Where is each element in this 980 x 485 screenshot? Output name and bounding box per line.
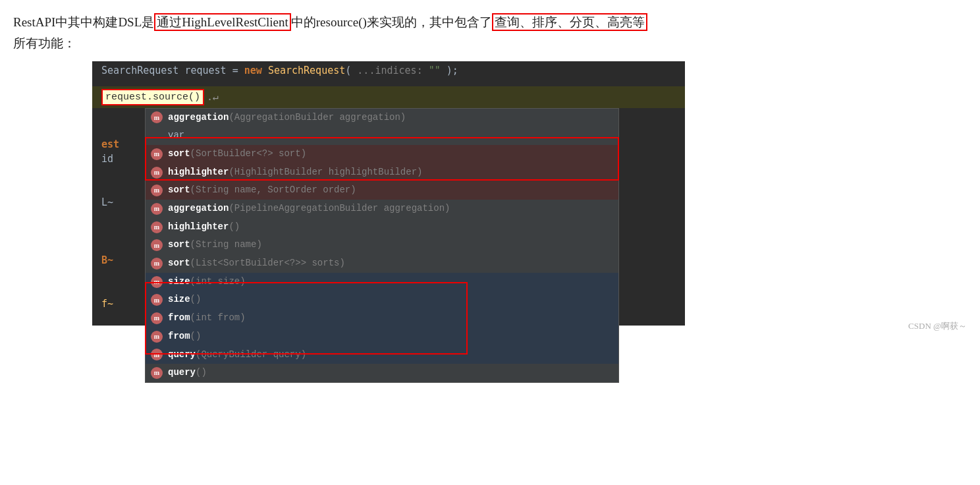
ac-params-size-1: (int size) [190,275,246,289]
ac-params-highlighter-2: () [229,220,240,235]
ac-item-aggregation-1[interactable]: m aggregation(AggregationBuilder aggrega… [146,109,618,127]
ac-method-from-1: from [168,311,190,326]
ac-params-size-2: () [190,293,202,307]
ac-method-sort-3: sort [168,238,190,252]
intro-text-part3: 所有功能： [13,36,76,50]
ac-method-size-2: size [168,293,190,307]
ac-method-aggregation-1: aggregation [168,111,229,125]
ac-icon-m: m [151,111,163,123]
ac-method-sort-2: sort [168,183,190,198]
ac-item-sort-2[interactable]: m sort(String name, SortOrder order) [146,181,618,200]
chevron: .↵ [207,91,219,103]
ac-item-aggregation-2[interactable]: m aggregation(PipelineAggregationBuilder… [146,200,618,218]
ac-method-sort-4: sort [168,256,190,271]
ac-icon-m-from-1: m [151,312,163,324]
request-source-line: request.source() .↵ [92,86,685,108]
ac-icon-m-query-1: m [151,349,163,360]
ac-params-from-2: () [190,329,202,344]
watermark: CSDN @啊获～ [908,320,967,332]
ac-item-sort-1[interactable]: m sort(SortBuilder<?> sort) [146,145,618,163]
ac-method-query-2: query [168,366,196,380]
ac-item-size-1[interactable]: m size(int size) [146,273,618,291]
ac-params-sort-3: (String name) [190,238,262,252]
ac-params-sort-2: (String name, SortOrder order) [190,183,356,198]
ac-icon-m-sort-2: m [151,185,163,196]
ac-method-query-1: query [168,348,196,362]
ac-icon-m-agg2: m [151,203,163,215]
intro-text: RestAPI中其中构建DSL是通过HighLevelRestClient中的r… [13,12,967,55]
ac-icon-m-query-2: m [151,367,163,379]
request-source-box: request.source() [101,89,204,105]
ac-params-sort-1: (SortBuilder<?> sort) [190,147,306,161]
ac-item-from-2[interactable]: m from() [146,328,618,346]
ac-icon-m-highlighter-2: m [151,221,163,233]
ac-item-query-1[interactable]: m query(QueryBuilder query) [146,346,618,364]
ac-icon-m-from-2: m [151,331,163,343]
highlight-box-2: 查询、排序、分页、高亮等 [492,13,647,31]
ac-method-size-1: size [168,275,190,289]
ac-params-sort-4: (List<SortBuilder<?>> sorts) [190,256,345,271]
ac-item-highlighter-2[interactable]: m highlighter() [146,218,618,237]
ac-params-aggregation-2: (PipelineAggregationBuilder aggregation) [229,202,450,216]
ac-params-query-1: (QueryBuilder query) [196,348,306,362]
ac-method-highlighter-1: highlighter [168,165,229,180]
page-container: RestAPI中其中构建DSL是通过HighLevelRestClient中的r… [0,0,980,339]
ac-item-sort-4[interactable]: m sort(List<SortBuilder<?>> sorts) [146,254,618,273]
highlight-box-1: 通过HighLevelRestClient [154,13,290,31]
ac-icon-m-sort-1: m [151,148,163,160]
ac-params-from-1: (int from) [190,311,246,326]
autocomplete-dropdown[interactable]: m aggregation(AggregationBuilder aggrega… [145,108,619,383]
editor-wrapper: SearchRequest request = new SearchReques… [92,61,685,326]
code-line-searchrequest: SearchRequest request = new SearchReques… [101,65,458,76]
ac-icon-m-size-2: m [151,294,163,306]
ac-method-sort-1: sort [168,147,190,161]
ac-method-var: var [168,128,184,143]
ac-method-from-2: from [168,329,190,344]
ac-method-aggregation-2: aggregation [168,202,229,216]
ac-item-size-2[interactable]: m size() [146,291,618,309]
ac-params-aggregation-1: (AggregationBuilder aggregation) [229,111,406,125]
ac-method-highlighter-2: highlighter [168,220,229,235]
code-with-autocomplete: est id L~ B~ f~ [92,108,685,326]
ac-item-sort-3[interactable]: m sort(String name) [146,236,618,254]
ac-icon-m-sort-4: m [151,258,163,270]
code-area: SearchRequest request = new SearchReques… [92,61,967,326]
ac-icon-m-size-1: m [151,276,163,288]
ac-icon-m-sort-3: m [151,239,163,251]
ac-icon-m-highlighter-1: m [151,167,163,179]
intro-text-part1: RestAPI中其中构建DSL是 [13,15,154,29]
intro-text-part2: 中的resource()来实现的，其中包含了 [291,15,492,29]
ac-item-query-2[interactable]: m query() [146,364,618,382]
ac-params-highlighter-1: (HighlightBuilder highlightBuilder) [229,165,422,180]
ac-item-from-1[interactable]: m from(int from) [146,309,618,328]
ac-item-highlighter-1[interactable]: m highlighter(HighlightBuilder highlight… [146,163,618,182]
ac-item-var[interactable]: var [146,127,618,145]
ac-params-query-2: () [196,366,207,380]
